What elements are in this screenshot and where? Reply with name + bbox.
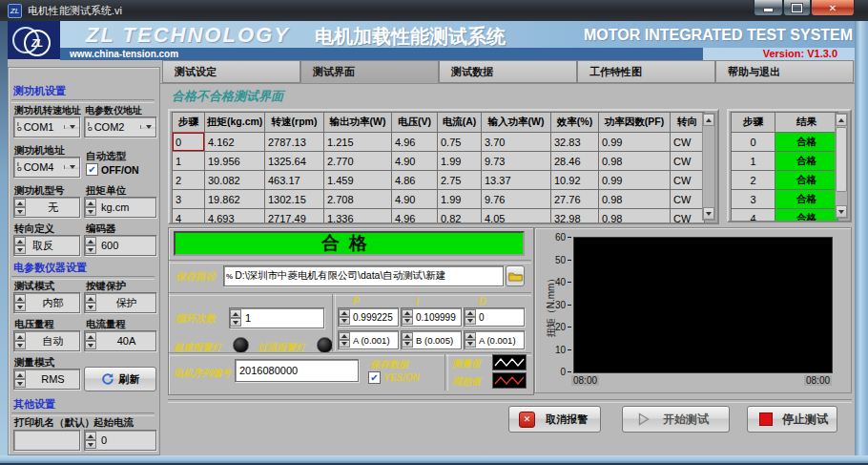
- direction-selector[interactable]: 取反: [13, 235, 80, 256]
- measure-mode-selector[interactable]: RMS: [13, 369, 80, 390]
- cell-voltage[interactable]: 4.90: [392, 190, 438, 209]
- cell-torque[interactable]: 4.693: [205, 209, 265, 225]
- cell-current[interactable]: 1.99: [438, 190, 482, 209]
- start-current-input[interactable]: 0: [84, 430, 156, 451]
- spinner-arrows[interactable]: [85, 432, 96, 449]
- result-row[interactable]: 2 合格: [732, 171, 838, 190]
- pid-p-input[interactable]: 0.999225: [338, 307, 399, 327]
- key-protect-selector[interactable]: 保护: [84, 292, 156, 313]
- pid-i-range-select[interactable]: B (0.005): [401, 330, 462, 349]
- spinner-arrows[interactable]: [85, 199, 96, 216]
- cell-speed[interactable]: 1302.15: [265, 190, 324, 209]
- spinner-arrows[interactable]: [85, 332, 96, 349]
- result-pass-cell[interactable]: 合格: [775, 152, 838, 171]
- cell-speed[interactable]: 463.17: [265, 171, 324, 190]
- results-scrollbar[interactable]: [835, 113, 848, 219]
- maximize-button[interactable]: [783, 0, 811, 16]
- scroll-down-icon[interactable]: [836, 205, 847, 218]
- cell-efficiency[interactable]: 28.46: [551, 152, 599, 171]
- spinner-arrows[interactable]: [230, 309, 241, 327]
- dyno-addr-select[interactable]: IOCOM4: [13, 157, 80, 178]
- stop-test-button[interactable]: 停止测试: [747, 406, 837, 433]
- cell-voltage[interactable]: 4.96: [392, 133, 438, 152]
- dyno-speed-addr-select[interactable]: IOCOM1: [13, 116, 80, 137]
- test-mode-selector[interactable]: 内部: [13, 292, 80, 313]
- tab-work-characteristics[interactable]: 工作特性图: [577, 60, 715, 83]
- cell-torque[interactable]: 4.162: [205, 133, 265, 152]
- result-step-cell[interactable]: 2: [732, 171, 775, 190]
- dropdown-arrow-icon[interactable]: [140, 125, 155, 129]
- spinner-arrows[interactable]: [85, 237, 96, 254]
- scroll-up-icon[interactable]: [836, 114, 847, 126]
- current-range-selector[interactable]: 40A: [84, 330, 156, 351]
- cell-power-factor[interactable]: 0.98: [599, 152, 671, 171]
- cell-direction[interactable]: CW: [671, 209, 705, 225]
- cell-current[interactable]: 0.82: [438, 209, 482, 225]
- close-button[interactable]: ✕: [811, 0, 855, 16]
- result-row[interactable]: 1 合格: [732, 152, 838, 171]
- dropdown-arrow-icon[interactable]: [64, 165, 79, 169]
- encoder-input[interactable]: 600: [84, 235, 156, 256]
- result-step-cell[interactable]: 0: [732, 133, 775, 152]
- cell-power-factor[interactable]: 0.98: [599, 190, 671, 209]
- cell-speed[interactable]: 1325.64: [265, 152, 324, 171]
- cell-voltage[interactable]: 4.90: [392, 152, 438, 171]
- result-pass-cell[interactable]: 合格: [775, 190, 838, 209]
- cell-power-factor[interactable]: 0.99: [599, 171, 671, 190]
- table-row[interactable]: 4 4.693 2717.49 1.336 4.96 0.82 4.05 32.…: [173, 209, 705, 225]
- result-pass-cell[interactable]: 合格: [775, 171, 838, 190]
- result-row[interactable]: 0 合格: [732, 133, 838, 152]
- result-row[interactable]: 4 合格: [732, 209, 838, 223]
- meter-addr-select[interactable]: IOCOM2: [84, 116, 156, 137]
- result-pass-cell[interactable]: 合格: [775, 209, 838, 223]
- cell-output-power[interactable]: 1.336: [324, 209, 392, 225]
- table-row[interactable]: 2 30.082 463.17 1.459 4.86 2.75 13.37 10…: [173, 171, 705, 190]
- scroll-down-icon[interactable]: [703, 207, 714, 220]
- save-data-checkbox[interactable]: ✔ YES/ON: [368, 371, 420, 384]
- auto-select-checkbox[interactable]: ✔ OFF/ON: [86, 163, 139, 176]
- minimize-button[interactable]: [754, 0, 783, 16]
- scroll-up-icon[interactable]: [703, 114, 714, 126]
- cell-torque[interactable]: 30.082: [205, 171, 265, 190]
- spinner-arrows[interactable]: [14, 332, 26, 349]
- cell-step[interactable]: 3: [173, 190, 205, 209]
- cell-output-power[interactable]: 2.708: [324, 190, 392, 209]
- cell-step[interactable]: 1: [173, 152, 205, 171]
- cell-voltage[interactable]: 4.96: [392, 209, 438, 225]
- result-pass-cell[interactable]: 合格: [775, 133, 838, 152]
- cell-step[interactable]: 4: [173, 209, 205, 225]
- pid-d-range-select[interactable]: A (0.001): [464, 330, 525, 349]
- spinner-arrows[interactable]: [339, 309, 350, 325]
- spinner-arrows[interactable]: [402, 332, 413, 348]
- cell-torque[interactable]: 19.862: [205, 190, 265, 209]
- dyno-model-selector[interactable]: 无: [13, 197, 80, 218]
- result-row[interactable]: 3 合格: [732, 190, 838, 209]
- spinner-arrows[interactable]: [14, 370, 26, 388]
- spinner-arrows[interactable]: [14, 199, 26, 216]
- cell-direction[interactable]: CW: [671, 152, 705, 171]
- spinner-arrows[interactable]: [14, 294, 26, 311]
- printer-name-input[interactable]: [13, 430, 80, 451]
- table-row[interactable]: 1 19.956 1325.64 2.770 4.90 1.99 9.73 28…: [173, 152, 705, 171]
- cell-step[interactable]: 2: [173, 171, 205, 190]
- cell-input-power[interactable]: 9.73: [482, 152, 551, 171]
- cell-efficiency[interactable]: 32.98: [551, 209, 599, 225]
- tab-help-exit[interactable]: 帮助与退出: [715, 60, 854, 83]
- spinner-arrows[interactable]: [465, 309, 476, 325]
- scrollbar-thumb[interactable]: [836, 127, 847, 192]
- cell-efficiency[interactable]: 32.83: [551, 133, 599, 152]
- cell-output-power[interactable]: 1.215: [324, 133, 392, 152]
- tab-test-data[interactable]: 测试数据: [439, 60, 577, 83]
- cell-input-power[interactable]: 4.05: [482, 209, 551, 225]
- torque-unit-selector[interactable]: kg.cm: [84, 197, 156, 218]
- spinner-arrows[interactable]: [14, 237, 26, 254]
- cell-current[interactable]: 2.75: [438, 171, 482, 190]
- spinner-arrows[interactable]: [465, 332, 476, 348]
- result-step-cell[interactable]: 1: [732, 152, 775, 171]
- pid-p-range-select[interactable]: A (0.001): [338, 330, 399, 349]
- cell-current[interactable]: 1.99: [438, 152, 482, 171]
- cell-voltage[interactable]: 4.86: [392, 171, 438, 190]
- tab-test-interface[interactable]: 测试界面: [300, 60, 439, 83]
- cell-power-factor[interactable]: 0.98: [599, 209, 671, 225]
- cancel-alarm-button[interactable]: ✕ 取消报警: [508, 406, 601, 433]
